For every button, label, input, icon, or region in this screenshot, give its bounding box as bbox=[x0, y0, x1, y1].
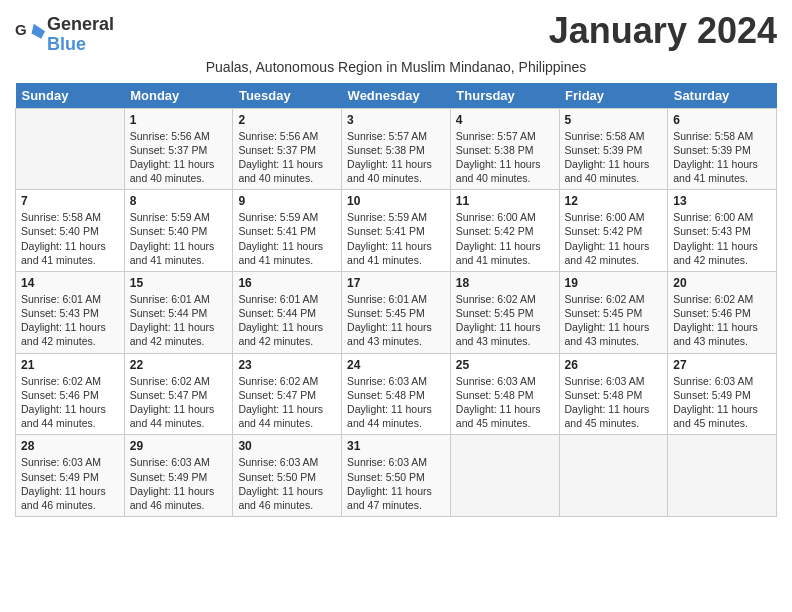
calendar-cell: 25Sunrise: 6:03 AMSunset: 5:48 PMDayligh… bbox=[450, 353, 559, 435]
logo-text: General Blue bbox=[47, 15, 114, 55]
day-number: 31 bbox=[347, 439, 445, 453]
calendar-cell: 4Sunrise: 5:57 AMSunset: 5:38 PMDaylight… bbox=[450, 108, 559, 190]
page-header: G General Blue January 2024 bbox=[15, 10, 777, 55]
calendar-cell: 27Sunrise: 6:03 AMSunset: 5:49 PMDayligh… bbox=[668, 353, 777, 435]
svg-text:G: G bbox=[15, 21, 27, 38]
day-info: Sunrise: 6:02 AMSunset: 5:45 PMDaylight:… bbox=[565, 292, 663, 349]
day-number: 4 bbox=[456, 113, 554, 127]
day-info: Sunrise: 6:03 AMSunset: 5:50 PMDaylight:… bbox=[238, 455, 336, 512]
logo-line1: General bbox=[47, 15, 114, 35]
day-number: 24 bbox=[347, 358, 445, 372]
day-number: 19 bbox=[565, 276, 663, 290]
day-info: Sunrise: 6:02 AMSunset: 5:47 PMDaylight:… bbox=[238, 374, 336, 431]
calendar-cell: 22Sunrise: 6:02 AMSunset: 5:47 PMDayligh… bbox=[124, 353, 233, 435]
day-number: 15 bbox=[130, 276, 228, 290]
day-info: Sunrise: 6:03 AMSunset: 5:48 PMDaylight:… bbox=[456, 374, 554, 431]
calendar-cell: 11Sunrise: 6:00 AMSunset: 5:42 PMDayligh… bbox=[450, 190, 559, 272]
day-info: Sunrise: 5:59 AMSunset: 5:40 PMDaylight:… bbox=[130, 210, 228, 267]
day-number: 21 bbox=[21, 358, 119, 372]
calendar-cell: 10Sunrise: 5:59 AMSunset: 5:41 PMDayligh… bbox=[342, 190, 451, 272]
calendar-cell: 16Sunrise: 6:01 AMSunset: 5:44 PMDayligh… bbox=[233, 271, 342, 353]
day-number: 14 bbox=[21, 276, 119, 290]
calendar-cell: 1Sunrise: 5:56 AMSunset: 5:37 PMDaylight… bbox=[124, 108, 233, 190]
calendar-cell: 18Sunrise: 6:02 AMSunset: 5:45 PMDayligh… bbox=[450, 271, 559, 353]
calendar-cell bbox=[450, 435, 559, 517]
day-number: 5 bbox=[565, 113, 663, 127]
calendar-cell: 7Sunrise: 5:58 AMSunset: 5:40 PMDaylight… bbox=[16, 190, 125, 272]
calendar-cell: 23Sunrise: 6:02 AMSunset: 5:47 PMDayligh… bbox=[233, 353, 342, 435]
day-number: 18 bbox=[456, 276, 554, 290]
day-info: Sunrise: 6:02 AMSunset: 5:46 PMDaylight:… bbox=[21, 374, 119, 431]
day-number: 20 bbox=[673, 276, 771, 290]
col-sunday: Sunday bbox=[16, 83, 125, 109]
calendar-cell bbox=[668, 435, 777, 517]
calendar-cell: 20Sunrise: 6:02 AMSunset: 5:46 PMDayligh… bbox=[668, 271, 777, 353]
month-title: January 2024 bbox=[549, 10, 777, 52]
day-number: 22 bbox=[130, 358, 228, 372]
calendar-cell bbox=[16, 108, 125, 190]
day-number: 23 bbox=[238, 358, 336, 372]
day-info: Sunrise: 6:03 AMSunset: 5:49 PMDaylight:… bbox=[130, 455, 228, 512]
day-info: Sunrise: 6:00 AMSunset: 5:42 PMDaylight:… bbox=[456, 210, 554, 267]
day-number: 28 bbox=[21, 439, 119, 453]
day-number: 13 bbox=[673, 194, 771, 208]
calendar-subtitle: Pualas, Autonomous Region in Muslim Mind… bbox=[15, 59, 777, 75]
day-info: Sunrise: 6:03 AMSunset: 5:48 PMDaylight:… bbox=[347, 374, 445, 431]
day-number: 17 bbox=[347, 276, 445, 290]
calendar-header-row: Sunday Monday Tuesday Wednesday Thursday… bbox=[16, 83, 777, 109]
calendar-cell: 12Sunrise: 6:00 AMSunset: 5:42 PMDayligh… bbox=[559, 190, 668, 272]
calendar-cell bbox=[559, 435, 668, 517]
col-friday: Friday bbox=[559, 83, 668, 109]
col-saturday: Saturday bbox=[668, 83, 777, 109]
day-number: 27 bbox=[673, 358, 771, 372]
day-number: 8 bbox=[130, 194, 228, 208]
col-tuesday: Tuesday bbox=[233, 83, 342, 109]
day-number: 16 bbox=[238, 276, 336, 290]
calendar-cell: 29Sunrise: 6:03 AMSunset: 5:49 PMDayligh… bbox=[124, 435, 233, 517]
day-info: Sunrise: 6:03 AMSunset: 5:50 PMDaylight:… bbox=[347, 455, 445, 512]
calendar-cell: 31Sunrise: 6:03 AMSunset: 5:50 PMDayligh… bbox=[342, 435, 451, 517]
calendar-table: Sunday Monday Tuesday Wednesday Thursday… bbox=[15, 83, 777, 517]
day-info: Sunrise: 6:01 AMSunset: 5:44 PMDaylight:… bbox=[130, 292, 228, 349]
calendar-cell: 2Sunrise: 5:56 AMSunset: 5:37 PMDaylight… bbox=[233, 108, 342, 190]
calendar-cell: 8Sunrise: 5:59 AMSunset: 5:40 PMDaylight… bbox=[124, 190, 233, 272]
calendar-cell: 26Sunrise: 6:03 AMSunset: 5:48 PMDayligh… bbox=[559, 353, 668, 435]
day-number: 2 bbox=[238, 113, 336, 127]
day-number: 30 bbox=[238, 439, 336, 453]
svg-marker-1 bbox=[32, 24, 46, 39]
day-info: Sunrise: 6:00 AMSunset: 5:43 PMDaylight:… bbox=[673, 210, 771, 267]
day-number: 29 bbox=[130, 439, 228, 453]
day-info: Sunrise: 6:02 AMSunset: 5:46 PMDaylight:… bbox=[673, 292, 771, 349]
day-info: Sunrise: 6:03 AMSunset: 5:49 PMDaylight:… bbox=[673, 374, 771, 431]
day-info: Sunrise: 5:57 AMSunset: 5:38 PMDaylight:… bbox=[456, 129, 554, 186]
day-info: Sunrise: 6:03 AMSunset: 5:48 PMDaylight:… bbox=[565, 374, 663, 431]
day-info: Sunrise: 5:58 AMSunset: 5:39 PMDaylight:… bbox=[565, 129, 663, 186]
day-info: Sunrise: 5:56 AMSunset: 5:37 PMDaylight:… bbox=[130, 129, 228, 186]
day-info: Sunrise: 6:02 AMSunset: 5:47 PMDaylight:… bbox=[130, 374, 228, 431]
day-number: 7 bbox=[21, 194, 119, 208]
day-info: Sunrise: 6:00 AMSunset: 5:42 PMDaylight:… bbox=[565, 210, 663, 267]
calendar-cell: 3Sunrise: 5:57 AMSunset: 5:38 PMDaylight… bbox=[342, 108, 451, 190]
day-number: 12 bbox=[565, 194, 663, 208]
calendar-cell: 30Sunrise: 6:03 AMSunset: 5:50 PMDayligh… bbox=[233, 435, 342, 517]
calendar-week-row: 7Sunrise: 5:58 AMSunset: 5:40 PMDaylight… bbox=[16, 190, 777, 272]
logo: G General Blue bbox=[15, 15, 114, 55]
calendar-cell: 6Sunrise: 5:58 AMSunset: 5:39 PMDaylight… bbox=[668, 108, 777, 190]
day-info: Sunrise: 5:56 AMSunset: 5:37 PMDaylight:… bbox=[238, 129, 336, 186]
calendar-cell: 28Sunrise: 6:03 AMSunset: 5:49 PMDayligh… bbox=[16, 435, 125, 517]
calendar-cell: 17Sunrise: 6:01 AMSunset: 5:45 PMDayligh… bbox=[342, 271, 451, 353]
day-number: 11 bbox=[456, 194, 554, 208]
calendar-cell: 21Sunrise: 6:02 AMSunset: 5:46 PMDayligh… bbox=[16, 353, 125, 435]
calendar-cell: 19Sunrise: 6:02 AMSunset: 5:45 PMDayligh… bbox=[559, 271, 668, 353]
day-info: Sunrise: 6:02 AMSunset: 5:45 PMDaylight:… bbox=[456, 292, 554, 349]
day-info: Sunrise: 6:01 AMSunset: 5:45 PMDaylight:… bbox=[347, 292, 445, 349]
day-info: Sunrise: 5:57 AMSunset: 5:38 PMDaylight:… bbox=[347, 129, 445, 186]
day-info: Sunrise: 5:59 AMSunset: 5:41 PMDaylight:… bbox=[238, 210, 336, 267]
day-info: Sunrise: 6:01 AMSunset: 5:44 PMDaylight:… bbox=[238, 292, 336, 349]
day-number: 10 bbox=[347, 194, 445, 208]
day-number: 6 bbox=[673, 113, 771, 127]
day-info: Sunrise: 5:59 AMSunset: 5:41 PMDaylight:… bbox=[347, 210, 445, 267]
day-info: Sunrise: 5:58 AMSunset: 5:39 PMDaylight:… bbox=[673, 129, 771, 186]
day-info: Sunrise: 6:01 AMSunset: 5:43 PMDaylight:… bbox=[21, 292, 119, 349]
day-number: 9 bbox=[238, 194, 336, 208]
